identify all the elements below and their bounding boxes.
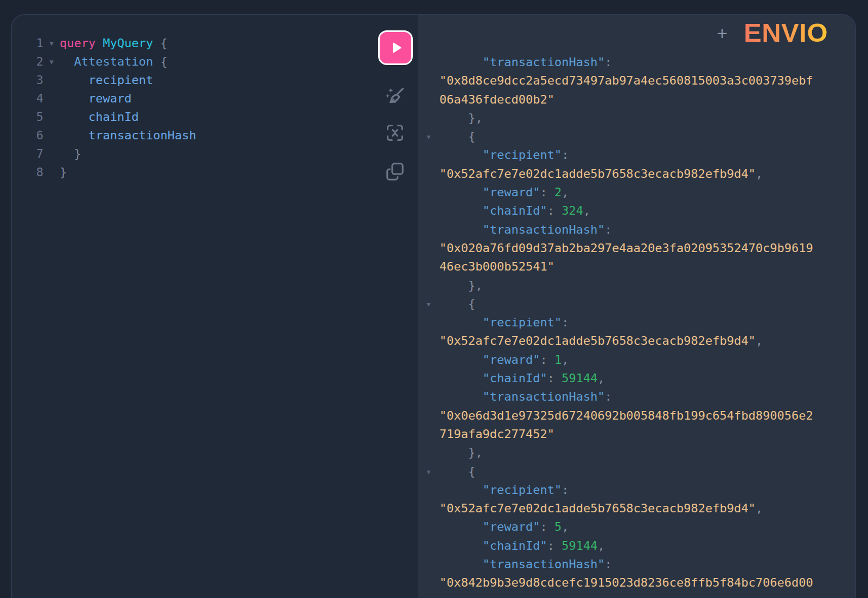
code-token bbox=[439, 223, 482, 236]
response-row-code: "0x8d8ce9dcc2a5ecd73497ab97a4ec560815003… bbox=[439, 72, 813, 90]
fold-arrow-icon[interactable]: ▾ bbox=[418, 295, 439, 313]
response-row: "0x842b9b3e9d8cdcefc1915023d8236ce8ffb5f… bbox=[418, 574, 855, 592]
fold-spacer bbox=[418, 499, 439, 518]
response-row-code: 46ec3b000b52541" bbox=[439, 258, 554, 276]
code-token: : bbox=[561, 483, 569, 497]
code-token: , bbox=[756, 501, 763, 515]
editor-line[interactable]: 1▾query MyQuery { bbox=[12, 34, 418, 53]
code-token: }, bbox=[468, 446, 483, 459]
editor-line-code: query MyQuery { bbox=[60, 34, 168, 53]
prettify-query-button[interactable] bbox=[383, 85, 407, 108]
fold-spacer bbox=[418, 202, 439, 220]
code-token: 46ec3b000b52541" bbox=[439, 260, 554, 273]
line-number: 6 bbox=[12, 126, 43, 145]
fold-spacer bbox=[418, 183, 439, 202]
broom-sparkle-icon bbox=[384, 86, 406, 107]
response-row: 06a436fdecd00b2" bbox=[418, 91, 855, 109]
fold-arrow-icon[interactable]: ▾ bbox=[418, 127, 439, 146]
code-token: MyQuery bbox=[103, 36, 153, 50]
fold-spacer bbox=[418, 165, 439, 183]
code-token bbox=[439, 148, 482, 162]
response-row-code: }, bbox=[439, 277, 482, 295]
copy-query-button[interactable] bbox=[383, 159, 407, 183]
code-token bbox=[439, 353, 482, 366]
code-token: "chainId" bbox=[482, 539, 547, 552]
response-row-code: { bbox=[439, 127, 475, 146]
response-row: "transactionHash": bbox=[418, 555, 855, 574]
editor-line[interactable]: 3 recipient bbox=[12, 71, 418, 89]
response-row: "transactionHash": bbox=[418, 53, 855, 72]
fold-spacer bbox=[418, 369, 439, 388]
editor-line[interactable]: 7 } bbox=[12, 145, 418, 163]
editor-line[interactable]: 5 chainId bbox=[12, 108, 418, 126]
fold-spacer bbox=[418, 72, 439, 90]
code-token bbox=[95, 36, 103, 50]
code-token: "0x020a76fd09d37ab2ba297e4aa20e3fa020953… bbox=[439, 241, 813, 255]
response-pane[interactable]: + ENVIO "transactionHash":"0x8d8ce9dcc2a… bbox=[418, 15, 855, 598]
add-tab-button[interactable]: + bbox=[717, 24, 727, 42]
fold-arrow-icon[interactable]: ▾ bbox=[43, 34, 60, 53]
query-editor-lines[interactable]: 1▾query MyQuery {2▾ Attestation {3 recip… bbox=[12, 15, 418, 182]
merge-fragments-button[interactable] bbox=[383, 121, 407, 145]
code-token bbox=[439, 557, 482, 571]
response-row: ▾ { bbox=[418, 295, 855, 313]
response-row-code: }, bbox=[439, 109, 482, 127]
code-token: recipient bbox=[88, 73, 153, 87]
copy-icon bbox=[385, 161, 405, 182]
envio-logo: ENVIO bbox=[744, 20, 828, 46]
code-token: "0x0e6d3d1e97325d67240692b005848fb199c65… bbox=[439, 409, 813, 422]
line-number: 5 bbox=[12, 108, 43, 126]
fold-arrow-icon[interactable]: ▾ bbox=[43, 53, 60, 71]
response-row-code: "transactionHash": bbox=[439, 221, 612, 239]
code-token: }, bbox=[468, 111, 483, 125]
fold-spacer bbox=[418, 277, 439, 295]
response-row-code: 06a436fdecd00b2" bbox=[439, 91, 554, 109]
response-row-code: "0x52afc7e7e02dc1adde5b7658c3ecacb982efb… bbox=[439, 499, 763, 518]
play-icon bbox=[387, 40, 404, 56]
fold-spacer bbox=[418, 574, 439, 592]
code-token: { bbox=[160, 36, 167, 50]
code-token: }, bbox=[468, 279, 483, 292]
response-row-code: "0x52afc7e7e02dc1adde5b7658c3ecacb982efb… bbox=[439, 165, 763, 183]
editor-line[interactable]: 2▾ Attestation { bbox=[12, 53, 418, 71]
fold-spacer bbox=[418, 221, 439, 239]
response-row-code: "reward": 2, bbox=[439, 183, 569, 202]
fold-spacer bbox=[418, 425, 439, 443]
code-token: 719afa9dc277452" bbox=[439, 427, 554, 441]
code-token: 2 bbox=[554, 185, 561, 199]
response-rows: "transactionHash":"0x8d8ce9dcc2a5ecd7349… bbox=[418, 15, 855, 593]
query-editor-pane[interactable]: 1▾query MyQuery {2▾ Attestation {3 recip… bbox=[12, 15, 418, 598]
response-row-code: { bbox=[439, 462, 475, 481]
code-token bbox=[439, 483, 482, 497]
code-token bbox=[439, 185, 482, 199]
line-number: 3 bbox=[12, 71, 43, 89]
response-row-code: "reward": 5, bbox=[439, 518, 569, 536]
editor-line[interactable]: 4 reward bbox=[12, 89, 418, 108]
code-token: : bbox=[561, 148, 569, 162]
response-row-code: "chainId": 59144, bbox=[439, 537, 605, 555]
code-token bbox=[153, 55, 160, 68]
code-token: : bbox=[605, 390, 612, 403]
execute-query-button[interactable] bbox=[378, 30, 413, 65]
fold-spacer bbox=[418, 481, 439, 499]
response-row-code: "reward": 1, bbox=[439, 351, 569, 369]
code-token: : bbox=[605, 55, 612, 69]
response-row: "chainId": 59144, bbox=[418, 537, 855, 555]
code-token bbox=[439, 130, 468, 143]
fold-spacer bbox=[43, 89, 60, 108]
fold-arrow-icon[interactable]: ▾ bbox=[418, 462, 439, 481]
code-token: chainId bbox=[88, 110, 139, 124]
code-token: : bbox=[540, 353, 554, 366]
code-token: "chainId" bbox=[482, 371, 547, 385]
editor-line-code: } bbox=[60, 145, 81, 163]
code-token: "0x52afc7e7e02dc1adde5b7658c3ecacb982efb… bbox=[439, 501, 756, 515]
response-row-code: "transactionHash": bbox=[439, 555, 612, 574]
code-token: } bbox=[74, 147, 81, 160]
code-token bbox=[60, 110, 88, 124]
code-token: : bbox=[540, 520, 554, 533]
response-row-code: "0x52afc7e7e02dc1adde5b7658c3ecacb982efb… bbox=[439, 332, 763, 350]
editor-line[interactable]: 8} bbox=[12, 163, 418, 182]
code-token: "reward" bbox=[482, 353, 540, 366]
response-header: + ENVIO bbox=[717, 20, 828, 46]
editor-line[interactable]: 6 transactionHash bbox=[12, 126, 418, 145]
